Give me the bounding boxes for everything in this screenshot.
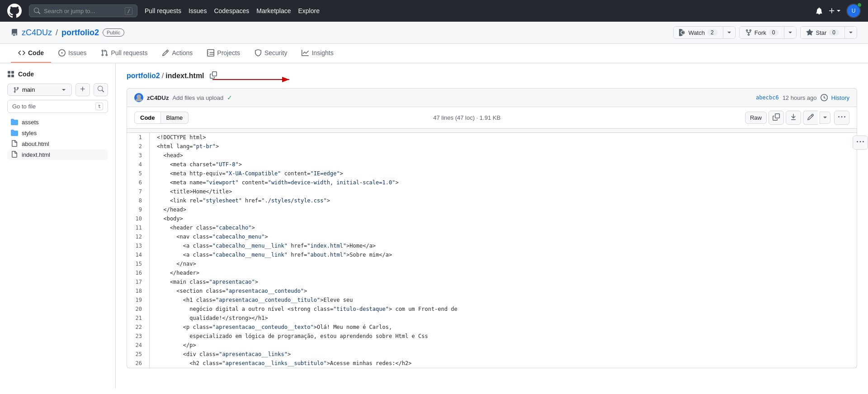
line-num-22: 22 (127, 323, 150, 332)
line-code-14: <a class="cabecalho__menu__link" href="a… (150, 250, 399, 259)
file-tree: assets styles about.html indext.html (7, 117, 108, 160)
blame-tab-button[interactable]: Blame (161, 112, 189, 124)
code-line-9: 9 </head> (127, 205, 857, 214)
code-line-10: 10 <body> (127, 214, 857, 223)
content-area: portfolio2 / indext.html (116, 63, 868, 388)
repo-name-link[interactable]: portfolio2 (61, 28, 99, 38)
code-line-26: 26 <h2 class="apresentacao__links__subti… (127, 359, 857, 368)
star-dropdown-button[interactable] (845, 27, 857, 38)
line-num-5: 5 (127, 169, 150, 178)
breadcrumb-repo-link[interactable]: portfolio2 (127, 72, 160, 80)
notification-bell-button[interactable] (816, 7, 823, 14)
branch-button[interactable]: main (7, 84, 72, 96)
code-line-19: 19 <h1 class="apresentacao__conteudo__ti… (127, 296, 857, 305)
file-size: 1.91 KB (480, 114, 500, 121)
code-line-23: 23 especializado em lógica de programaçã… (127, 332, 857, 341)
tab-code-label: Code (28, 49, 44, 56)
fork-dropdown-button[interactable] (784, 27, 796, 38)
file-about-html[interactable]: about.html (7, 138, 108, 149)
tab-projects-label: Projects (217, 49, 240, 56)
line-num-7: 7 (127, 187, 150, 196)
line-num-9: 9 (127, 205, 150, 214)
tab-code[interactable]: Code (11, 44, 51, 63)
line-num-21: 21 (127, 314, 150, 323)
copy-path-button[interactable] (208, 70, 219, 81)
copy-raw-button[interactable] (769, 111, 784, 125)
line-code-11: <header class="cabecalho"> (150, 223, 262, 232)
add-file-button[interactable] (75, 83, 90, 96)
watch-group: Watch 2 (673, 26, 736, 39)
line-num-6: 6 (127, 178, 150, 187)
line-code-17: <main class="apresentacao"> (150, 277, 265, 286)
fork-button[interactable]: Fork 0 (740, 27, 785, 38)
tab-security[interactable]: Security (247, 44, 295, 63)
line-num-11: 11 (127, 223, 150, 232)
tab-projects[interactable]: Projects (200, 44, 247, 63)
more-options-button[interactable] (834, 111, 849, 125)
code-line-18: 18 <section class="apresentacao__conteud… (127, 286, 857, 296)
visibility-badge: Public (103, 28, 124, 37)
avatar[interactable]: U (846, 4, 861, 18)
nav-marketplace[interactable]: Marketplace (256, 7, 291, 14)
line-num-8: 8 (127, 196, 150, 205)
go-to-file[interactable]: Go to file t (7, 100, 108, 113)
code-line-13: 13 <a class="cabecalho__menu__link" href… (127, 241, 857, 250)
line-num-2: 2 (127, 142, 150, 151)
tab-issues[interactable]: Issues (51, 44, 94, 63)
github-logo[interactable] (7, 4, 22, 18)
tab-pull-requests[interactable]: Pull requests (94, 44, 155, 63)
file-about-html-label: about.html (22, 141, 49, 147)
line-code-13: <a class="cabecalho__menu__link" href="i… (150, 241, 383, 250)
tab-insights[interactable]: Insights (294, 44, 340, 63)
line-num-24: 24 (127, 341, 150, 350)
line-code-7: <title>Home</title> (150, 187, 239, 196)
code-line-12: 12 <nav class="cabecalho_menu"> (127, 232, 857, 241)
nav-codespaces[interactable]: Codespaces (214, 7, 249, 14)
folder-styles[interactable]: styles (7, 127, 108, 138)
line-code-25: <div class="apresentacao__links"> (150, 350, 298, 359)
line-code-3: <head> (150, 151, 190, 160)
breadcrumb: portfolio2 / indext.html (127, 70, 857, 81)
commit-hash-link[interactable]: abecbc6 (756, 94, 779, 101)
top-right-more-button[interactable] (853, 136, 868, 150)
top-nav-right: U (816, 4, 861, 18)
file-indext-html-label: indext.html (22, 151, 50, 158)
line-code-21: qualidade!</strong></h1> (150, 314, 275, 323)
file-indext-html[interactable]: indext.html (7, 149, 108, 160)
code-tab-button[interactable]: Code (134, 112, 161, 124)
raw-button[interactable]: Raw (745, 112, 767, 124)
history-link[interactable]: History (831, 94, 849, 101)
file-toolbar: Code Blame 47 lines (47 loc) · 1.91 KB R… (127, 107, 857, 129)
code-line-21: 21 qualidade!</strong></h1> (127, 314, 857, 323)
line-num-25: 25 (127, 350, 150, 359)
plus-button[interactable] (828, 7, 841, 14)
edit-button[interactable] (803, 111, 818, 125)
code-line-1: 1 <!DOCTYPE html> (127, 133, 857, 142)
top-nav-links: Pull requests Issues Codespaces Marketpl… (145, 7, 320, 14)
watch-button[interactable]: Watch 2 (674, 27, 723, 38)
file-size-sep: · (476, 114, 480, 121)
folder-assets[interactable]: assets (7, 117, 108, 127)
repo-owner-link[interactable]: zC4DUz (22, 28, 52, 38)
edit-dropdown-button[interactable] (820, 112, 830, 124)
file-tabs: Code Blame (134, 112, 189, 124)
watch-dropdown-button[interactable] (723, 27, 735, 38)
star-button[interactable]: Star 0 (801, 27, 845, 38)
nav-pull-requests[interactable]: Pull requests (145, 7, 181, 14)
annotation-arrow-1 (208, 70, 298, 89)
tab-insights-label: Insights (311, 49, 333, 56)
repo-title: zC4DUz / portfolio2 Public (11, 28, 124, 38)
go-to-file-label: Go to file (12, 103, 36, 110)
search-file-button[interactable] (94, 83, 108, 96)
nav-explore[interactable]: Explore (298, 7, 320, 14)
tab-actions[interactable]: Actions (155, 44, 200, 63)
code-line-14: 14 <a class="cabecalho__menu__link" href… (127, 250, 857, 259)
star-group: Star 0 (800, 26, 857, 39)
go-to-file-shortcut: t (95, 103, 103, 110)
search-bar[interactable]: Search or jump to... / (29, 5, 137, 17)
search-placeholder: Search or jump to... (44, 8, 95, 14)
download-button[interactable] (786, 111, 801, 125)
line-code-15: </nav> (150, 259, 203, 268)
nav-issues[interactable]: Issues (189, 7, 207, 14)
line-code-12: <nav class="cabecalho_menu"> (150, 232, 275, 241)
